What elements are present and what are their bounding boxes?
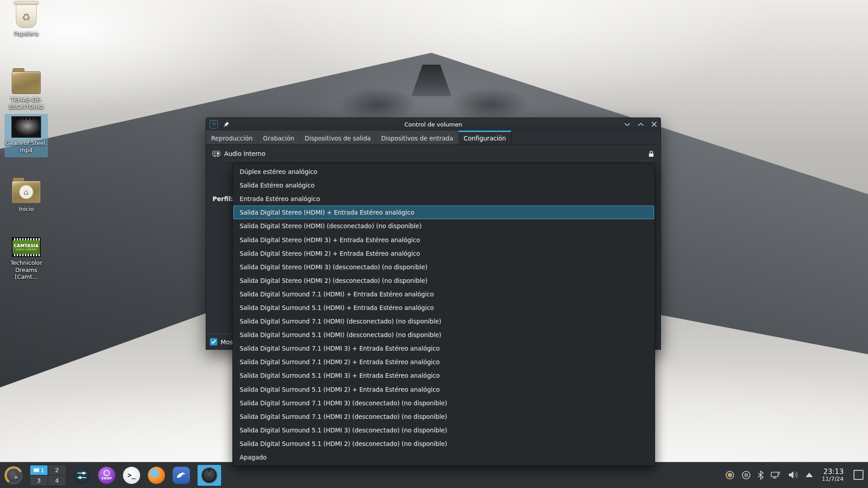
profile-option[interactable]: Dúplex estéreo analógico — [233, 165, 654, 178]
profile-option[interactable]: Salida Digital Surround 7.1 (HDMI 3) + E… — [233, 342, 654, 355]
desktop-icon-temas-folder[interactable]: TEMAS-DE- ESCRITORIO — [5, 68, 48, 110]
window-preview — [33, 468, 39, 472]
firefox-icon[interactable] — [148, 467, 165, 484]
pin-icon[interactable] — [223, 121, 230, 127]
taskbar: ⋗ 1 2 3 4 SHOP >_ — [0, 462, 868, 488]
volume-control-knob-icon — [201, 467, 217, 483]
desktop-icon-technicolor-video[interactable]: CAMTASIA AUDIO LIBRARY Technicolor Dream… — [5, 237, 48, 281]
lock-icon[interactable] — [648, 150, 654, 157]
tab-dispositivos-salida[interactable]: Dispositivos de salida — [300, 131, 376, 144]
desktop-icon-label: Inicio — [19, 206, 33, 213]
profile-option[interactable]: Salida Digital Stereo (HDMI) (desconecta… — [233, 219, 654, 233]
profile-option[interactable]: Salida Digital Surround 7.1 (HDMI) + Ent… — [233, 287, 654, 301]
divider — [224, 160, 654, 160]
terminal-icon[interactable]: >_ — [123, 467, 140, 484]
profile-option[interactable]: Salida Estéreo analógico — [233, 178, 654, 192]
video-thumbnail-icon — [12, 117, 41, 137]
virtual-desktop-pager[interactable]: 1 2 3 4 — [30, 465, 66, 485]
desktop-icon-label: TEMAS-DE- ESCRITORIO — [9, 96, 44, 110]
profile-option[interactable]: Salida Digital Surround 7.1 (HDMI 2) (de… — [233, 410, 654, 423]
pager-desktop-4[interactable]: 4 — [48, 476, 66, 485]
checkbox-checked[interactable] — [210, 338, 217, 346]
profile-option[interactable]: Salida Digital Surround 7.1 (HDMI 3) (de… — [233, 396, 654, 410]
dolphin-icon[interactable] — [173, 467, 190, 484]
folder-icon — [12, 71, 41, 94]
profile-option[interactable]: Salida Digital Surround 7.1 (HDMI) (desc… — [233, 314, 654, 328]
network-icon[interactable] — [770, 470, 781, 480]
volume-icon[interactable] — [788, 470, 799, 479]
profile-option[interactable]: Salida Digital Surround 5.1 (HDMI 3) (de… — [233, 423, 654, 437]
minimize-icon[interactable] — [624, 122, 630, 127]
titlebar[interactable]: Control de volumen — [206, 118, 660, 131]
profile-option[interactable]: Salida Digital Stereo (HDMI 2) (desconec… — [233, 274, 654, 287]
device-name: Audio Interno — [224, 150, 265, 157]
pager-desktop-3[interactable]: 3 — [30, 476, 47, 485]
tab-configuracion[interactable]: Configuración — [458, 131, 511, 144]
status-circle-icon[interactable] — [725, 470, 735, 480]
bluetooth-icon[interactable] — [758, 470, 764, 480]
maximize-icon[interactable] — [638, 122, 644, 127]
settings-icon[interactable] — [73, 467, 90, 484]
trash-icon: ♻ — [16, 4, 37, 28]
tab-dispositivos-entrada[interactable]: Dispositivos de entrada — [376, 131, 458, 144]
pager-desktop-2[interactable]: 2 — [48, 465, 66, 475]
profile-label: Perfil: — [212, 195, 233, 202]
profile-option[interactable]: Salida Digital Surround 5.1 (HDMI 2) + E… — [233, 383, 654, 396]
close-icon[interactable] — [651, 122, 657, 127]
profile-option[interactable]: Entrada Estéreo analógico — [233, 192, 654, 206]
profile-option[interactable]: Salida Digital Stereo (HDMI 3) (desconec… — [233, 260, 654, 274]
soundcard-icon — [212, 151, 220, 157]
profile-option[interactable]: Salida Digital Stereo (HDMI 3) + Entrada… — [233, 233, 654, 246]
desktop-icon-trash[interactable]: ♻ Papelera — [5, 4, 48, 38]
profile-option[interactable]: Salida Digital Surround 5.1 (HDMI 3) + E… — [233, 369, 654, 382]
profile-option[interactable]: Salida Digital Surround 5.1 (HDMI 2) (de… — [233, 437, 654, 450]
desktop-icon-label: Gears of Steel. mp4 — [5, 140, 47, 154]
desktop: ♻ Papelera TEMAS-DE- ESCRITORIO Gears of… — [0, 0, 868, 488]
profile-option[interactable]: Salida Digital Surround 5.1 (HDMI) + Ent… — [233, 301, 654, 314]
shop-icon[interactable]: SHOP — [98, 467, 115, 484]
desktop-icon-label: Papelera — [14, 30, 38, 38]
desktop-icon-gears-video[interactable]: Gears of Steel. mp4 — [5, 114, 48, 157]
tab-reproduccion[interactable]: Reproducción — [206, 131, 258, 144]
profile-option[interactable]: Salida Digital Stereo (HDMI 2) + Entrada… — [233, 247, 654, 260]
show-desktop-button[interactable] — [854, 470, 863, 480]
desktop-icon-inicio[interactable]: ⌂ Inicio — [5, 177, 48, 213]
system-tray — [725, 470, 813, 480]
profile-option-selected[interactable]: Salida Digital Stereo (HDMI) + Entrada E… — [233, 206, 654, 219]
window-title: Control de volumen — [206, 121, 660, 128]
tab-bar: Reproducción Grabación Dispositivos de s… — [206, 131, 660, 145]
profile-option[interactable]: Salida Digital Surround 5.1 (HDMI) (desc… — [233, 328, 654, 342]
clock-time: 23:13 — [822, 468, 844, 476]
profile-option[interactable]: Apagado — [233, 450, 654, 464]
active-task-volume-control[interactable] — [198, 465, 221, 486]
bomber-engine-hump — [339, 88, 417, 122]
profile-dropdown: Dúplex estéreo analógico Salida Estéreo … — [232, 163, 655, 466]
pager-desktop-1[interactable]: 1 — [30, 465, 47, 475]
clock-date: 11/7/24 — [822, 476, 844, 482]
tray-expand-icon[interactable] — [806, 473, 813, 477]
media-pause-icon[interactable] — [741, 470, 751, 480]
bomber-engine-hump — [451, 88, 529, 122]
home-icon: ⌂ — [19, 185, 33, 199]
digital-clock[interactable]: 23:13 11/7/24 — [822, 468, 844, 482]
camtasia-thumbnail-icon: CAMTASIA AUDIO LIBRARY — [12, 237, 41, 257]
app-icon — [210, 120, 218, 128]
tab-grabacion[interactable]: Grabación — [258, 131, 300, 144]
home-folder-icon: ⌂ — [12, 181, 41, 203]
desktop-icon-label: Technicolor Dreams [Camt... — [5, 259, 48, 281]
app-launcher-icon[interactable]: ⋗ — [5, 466, 23, 484]
profile-option[interactable]: Salida Digital Surround 7.1 (HDMI 2) + E… — [233, 355, 654, 369]
